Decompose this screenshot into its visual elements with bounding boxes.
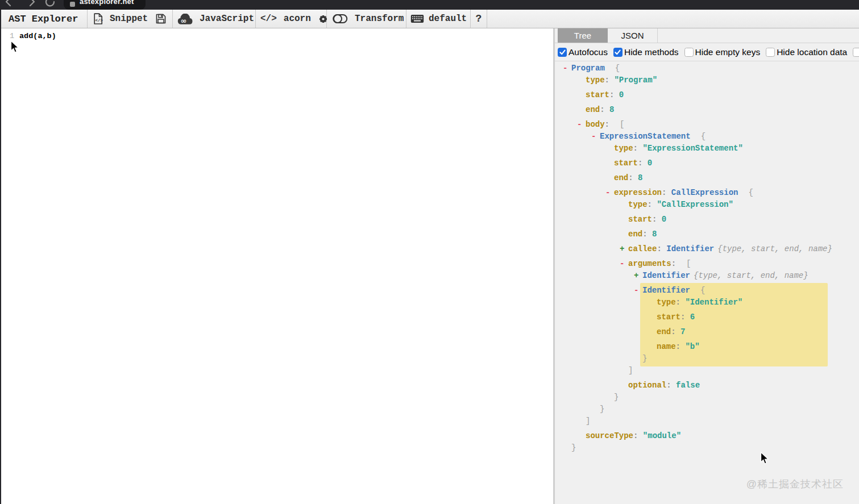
hide-empty-keys-checkbox[interactable] [684, 48, 694, 57]
ast-punctuation: } [600, 405, 604, 414]
tree-line: } [555, 391, 859, 403]
snippet-label: Snippet [110, 14, 148, 24]
parser-menu[interactable]: </> acorn [256, 10, 327, 28]
autofocus-label: Autofocus [568, 47, 608, 57]
tree-line: } [555, 442, 859, 454]
collapse-toggle[interactable]: - [577, 119, 586, 131]
ast-node-name: Program [571, 64, 605, 73]
language-menu[interactable]: ∞ JavaScript [173, 10, 256, 28]
ast-key: arguments [628, 259, 671, 268]
window-edge [0, 0, 1, 504]
collapse-toggle[interactable]: - [634, 285, 642, 297]
tree-line: type: "Identifier" [555, 297, 859, 309]
forward-arrow-icon[interactable] [27, 0, 37, 7]
ast-panel: TreeJSON AutofocusHide methodsHide empty… [555, 28, 859, 504]
mouse-cursor [760, 452, 769, 465]
editor-line: 1 add(a,b) [0, 30, 553, 42]
ast-value: 7 [676, 327, 686, 336]
ast-key: start [586, 90, 609, 99]
expand-toggle[interactable]: + [634, 270, 642, 282]
app-logo: AST Explorer [0, 10, 88, 28]
back-arrow-icon[interactable] [3, 0, 14, 7]
ast-key: callee [628, 244, 657, 253]
ast-colon: : [676, 342, 680, 351]
tab-tree[interactable]: Tree [558, 28, 608, 43]
ast-value: 8 [648, 230, 657, 239]
ast-colon: : [671, 259, 676, 268]
collapse-toggle[interactable]: - [563, 63, 571, 74]
ast-punctuation: } [571, 443, 576, 452]
code-text: add(a,b) [17, 30, 56, 42]
transform-menu[interactable]: Transform [327, 10, 406, 28]
ast-value: "b" [680, 342, 700, 351]
code-editor[interactable]: 1 add(a,b) [0, 28, 553, 504]
autofocus-checkbox[interactable] [558, 48, 567, 57]
checkmark-icon [559, 49, 566, 56]
tree-line: } [555, 403, 859, 415]
ast-key: start [614, 159, 638, 168]
keybinding-menu[interactable]: default [406, 10, 471, 28]
ast-key: expression [614, 188, 662, 197]
tree-line: +Identifier{type, start, end, name} [555, 270, 859, 282]
ast-options: AutofocusHide methodsHide empty keysHide… [555, 43, 859, 61]
ast-key: type [586, 76, 605, 85]
collapse-toggle[interactable]: - [620, 258, 628, 270]
tree-line: end: 8 [555, 172, 859, 184]
ast-colon: : [628, 173, 633, 182]
option-truncated-option [853, 48, 859, 57]
watermark: @稀土掘金技术社区 [746, 477, 844, 491]
ast-key: name [657, 342, 676, 351]
hide-location-data-label: Hide location data [777, 47, 847, 57]
hide-methods-checkbox[interactable] [613, 48, 623, 57]
ast-value: 8 [633, 173, 643, 182]
ast-punctuation: { [701, 132, 706, 141]
ast-punctuation: [ [686, 259, 691, 268]
ast-value: "CallExpression" [652, 200, 733, 209]
reload-icon[interactable] [44, 0, 56, 9]
main-split: 1 add(a,b) TreeJSON AutofocusHide method… [0, 28, 859, 504]
collapse-toggle[interactable]: - [605, 187, 614, 199]
browser-tab-title: astexplorer.net [80, 0, 134, 6]
tree-line: start: 0 [555, 214, 859, 226]
ast-colon: : [600, 105, 604, 114]
ast-key: type [614, 144, 633, 153]
ast-punctuation: } [642, 354, 647, 363]
ast-punctuation: { [615, 64, 620, 73]
help-button[interactable]: ? [471, 10, 487, 28]
ast-value: 0 [614, 90, 624, 99]
hide-location-data-checkbox[interactable] [766, 48, 775, 57]
ast-key: start [628, 215, 652, 224]
ast-node-name: CallExpression [666, 188, 738, 197]
ast-value: "ExpressionStatement" [638, 144, 743, 153]
keybinding-label: default [429, 14, 467, 24]
ast-colon: : [657, 244, 661, 253]
ast-punctuation: [ [620, 120, 624, 129]
option-autofocus: Autofocus [558, 47, 608, 57]
ast-colon: : [605, 120, 609, 129]
expand-toggle[interactable]: + [620, 243, 628, 255]
collapse-toggle[interactable]: - [591, 131, 600, 143]
tree-line: start: 6 [555, 311, 859, 323]
ast-value: false [671, 381, 700, 390]
option-hide-location-data: Hide location data [766, 47, 847, 57]
ast-key: body [586, 120, 605, 129]
ast-key: sourceType [586, 431, 633, 440]
tree-line: -expression: CallExpression{ [555, 187, 859, 199]
ast-key: type [628, 200, 648, 209]
browser-tab[interactable]: astexplorer.net [64, 0, 146, 10]
ast-colon: : [676, 298, 680, 307]
ast-value: 6 [685, 313, 695, 322]
ast-key: end [586, 105, 600, 114]
ast-colon: : [633, 144, 638, 153]
ast-key: start [657, 313, 680, 322]
save-icon[interactable] [156, 14, 166, 24]
ast-value: "Identifier" [680, 298, 742, 307]
transform-label: Transform [355, 14, 404, 24]
snippet-menu[interactable]: </> Snippet [88, 10, 173, 28]
language-label: JavaScript [200, 14, 254, 24]
tab-json[interactable]: JSON [608, 28, 658, 43]
ast-collapsed-preview: {type, start, end, name} [717, 244, 832, 253]
tree-line: start: 0 [555, 89, 859, 101]
truncated-option-checkbox[interactable] [853, 48, 859, 57]
toolbar: AST Explorer </> Snippet ∞ JavaScript </… [0, 10, 859, 28]
